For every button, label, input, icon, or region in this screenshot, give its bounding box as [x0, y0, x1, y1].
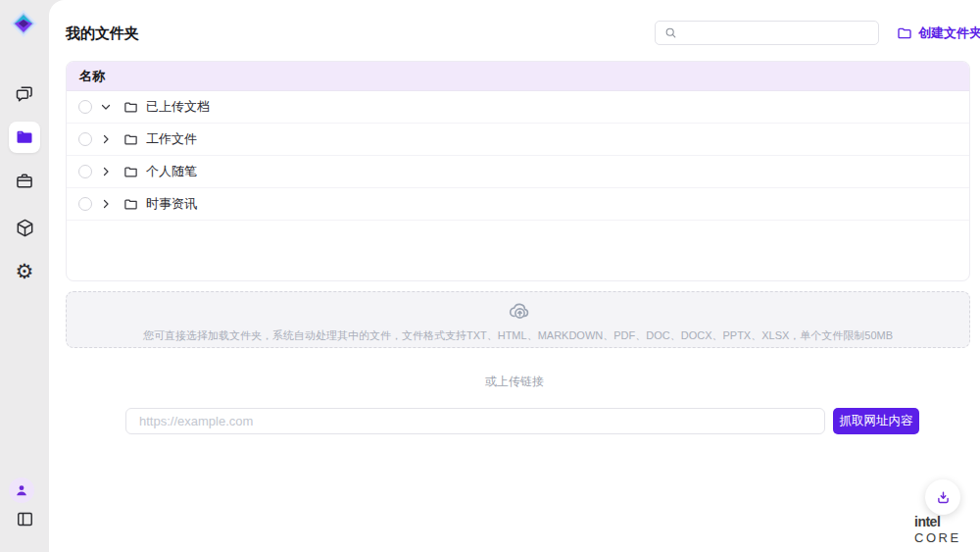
row-checkbox[interactable]: [78, 197, 92, 211]
sidebar-item-folders[interactable]: [9, 122, 40, 153]
create-folder-button[interactable]: 创建文件夹: [897, 25, 980, 42]
folder-icon: [123, 197, 138, 212]
table-row[interactable]: 已上传文档: [67, 91, 969, 124]
row-checkbox[interactable]: [78, 100, 92, 114]
table-row[interactable]: 工作文件: [67, 124, 969, 156]
row-checkbox[interactable]: [78, 165, 92, 178]
search-input[interactable]: [683, 22, 878, 44]
upload-dropzone[interactable]: 您可直接选择加载文件夹，系统自动处理其中的文件，文件格式支持TXT、HTML、M…: [66, 291, 970, 348]
app-logo-icon[interactable]: [8, 8, 39, 39]
or-upload-link-label: 或上传链接: [49, 374, 980, 390]
intel-core-logo: intel core ultra: [914, 514, 980, 552]
intel-text: intel: [914, 514, 940, 529]
user-avatar-icon: [14, 482, 29, 498]
sidebar-item-workspace[interactable]: [0, 172, 49, 191]
download-fab-button[interactable]: [925, 479, 960, 515]
row-checkbox[interactable]: [78, 132, 92, 146]
page-title: 我的文件夹: [66, 25, 139, 43]
folder-icon: [123, 132, 138, 147]
chevron-right-icon[interactable]: [100, 166, 112, 177]
folder-plus-icon: [897, 25, 912, 41]
core-text: core: [914, 530, 961, 545]
sidebar-item-account[interactable]: [9, 477, 34, 503]
layout-panel-icon: [16, 510, 34, 528]
folder-table: 名称 已上传文档 工作文件: [66, 61, 970, 281]
app-window: ⚙ 我的文件夹: [0, 0, 980, 552]
sidebar-item-chat[interactable]: [0, 84, 49, 104]
sidebar: ⚙: [0, 0, 49, 552]
folder-name: 工作文件: [146, 130, 197, 148]
folder-icon: [15, 127, 34, 147]
search-box: [655, 21, 879, 45]
chevron-right-icon[interactable]: [100, 133, 112, 145]
table-header-row: 名称: [67, 62, 969, 91]
folder-icon: [123, 100, 138, 115]
cloud-upload-icon: [67, 299, 969, 326]
folder-icon: [123, 165, 138, 179]
table-row[interactable]: 个人随笔: [67, 156, 969, 188]
sidebar-item-collapse[interactable]: [0, 509, 49, 528]
create-folder-label: 创建文件夹: [918, 25, 980, 42]
sidebar-item-models[interactable]: [0, 217, 49, 238]
download-icon: [935, 489, 952, 506]
url-input[interactable]: [125, 408, 825, 434]
gear-icon: ⚙: [16, 261, 34, 282]
fetch-url-button[interactable]: 抓取网址内容: [833, 408, 919, 434]
table-row[interactable]: 时事资讯: [67, 188, 969, 221]
briefcase-icon: [15, 172, 34, 191]
folder-name: 已上传文档: [146, 98, 210, 116]
upload-hint-text: 您可直接选择加载文件夹，系统自动处理其中的文件，文件格式支持TXT、HTML、M…: [67, 328, 969, 343]
folder-name: 个人随笔: [146, 163, 197, 180]
chat-icon: [15, 84, 34, 104]
search-icon: [664, 26, 677, 39]
main-panel: 我的文件夹 创建文件夹 名称: [49, 0, 980, 552]
folder-name: 时事资讯: [146, 195, 197, 213]
chevron-right-icon[interactable]: [100, 198, 112, 210]
cube-icon: [15, 218, 35, 238]
sidebar-item-settings[interactable]: ⚙: [0, 261, 49, 282]
chevron-down-icon[interactable]: [100, 101, 112, 113]
column-header-name: 名称: [79, 68, 105, 85]
